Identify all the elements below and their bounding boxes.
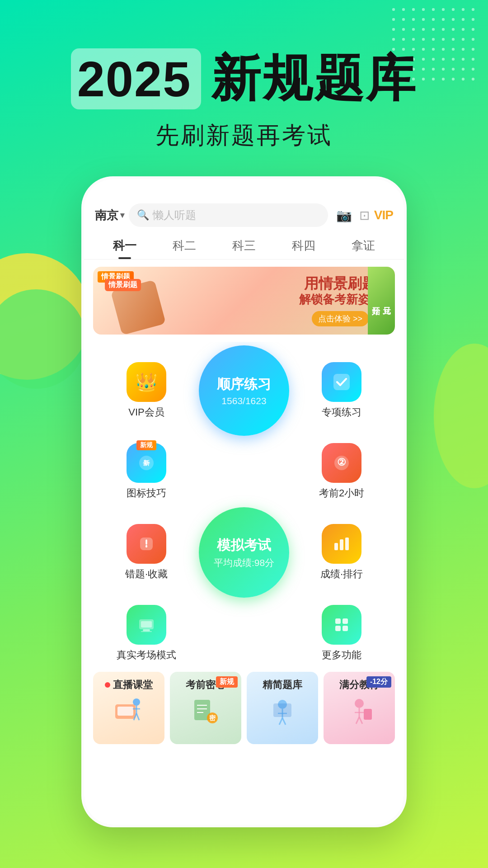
sequential-practice-title: 顺序练习 — [217, 375, 271, 394]
location-button[interactable]: 南京 ▾ — [95, 208, 124, 223]
svg-text:密: 密 — [209, 714, 216, 722]
phone-screen: 南京 ▾ 🔍 懒人听题 📷 ⊡ VIP 科一 科二 — [84, 179, 404, 825]
svg-rect-15 — [343, 618, 348, 624]
realexam-menu-item[interactable]: 真实考场模式 — [98, 605, 195, 662]
svg-rect-8 — [340, 539, 343, 550]
svg-point-6 — [145, 546, 147, 547]
mock-exam-button[interactable]: 模拟考试 平均成绩:98分 — [199, 507, 289, 598]
camera-icon[interactable]: 📷 — [336, 208, 352, 223]
dense-paper-badge: 新规 — [216, 676, 238, 688]
tab-nazheng[interactable]: 拿证 — [333, 231, 393, 259]
tab-ke2[interactable]: 科二 — [155, 231, 214, 259]
hero-title-cn: 新规题库 — [211, 45, 417, 113]
newrule-icon-wrapper: 新 新规 — [127, 443, 166, 483]
mock-exam-subtitle: 平均成绩:98分 — [214, 557, 274, 569]
tab-ke1[interactable]: 科一 — [95, 231, 155, 259]
nav-tabs: 科一 科二 科三 科四 拿证 — [84, 231, 404, 259]
special-practice-icon — [322, 362, 361, 402]
full-score-badge: -12分 — [366, 676, 391, 688]
more-icon — [322, 605, 361, 645]
error-label: 错题·收藏 — [125, 567, 168, 581]
full-score-banner[interactable]: 满分教育 -12分 — [324, 672, 395, 744]
sequential-practice-button[interactable]: 顺序练习 1563/1623 — [199, 345, 289, 436]
svg-rect-9 — [345, 538, 349, 550]
search-bar: 南京 ▾ 🔍 懒人听题 📷 ⊡ VIP — [84, 199, 404, 231]
location-text: 南京 — [95, 208, 118, 223]
menu-row-4: 真实考场模式 更多功能 — [84, 601, 404, 665]
tab-ke4[interactable]: 科四 — [274, 231, 333, 259]
svg-rect-11 — [143, 629, 150, 631]
score-icon — [322, 524, 361, 564]
hero-year: 2025 — [71, 48, 202, 109]
bottom-banners: 直播课堂 — [84, 665, 404, 750]
status-bar — [84, 179, 404, 199]
more-label: 更多功能 — [322, 648, 361, 662]
mock-exam-title: 模拟考试 — [217, 536, 271, 555]
tab-ke3[interactable]: 科三 — [214, 231, 274, 259]
banner-cta-button[interactable]: 点击体验 >> — [312, 311, 369, 326]
error-icon — [127, 524, 166, 564]
error-menu-item[interactable]: 错题·收藏 — [98, 524, 195, 581]
2hr-label: 考前2小时 — [319, 486, 364, 500]
vip-menu-item[interactable]: 👑 VIP会员 — [98, 362, 195, 419]
menu-row-3: 错题·收藏 模拟考试 平均成绩:98分 — [84, 504, 404, 601]
svg-text:②: ② — [337, 457, 346, 468]
special-practice-item[interactable]: 专项练习 — [293, 362, 390, 419]
phone-frame: 南京 ▾ 🔍 懒人听题 📷 ⊡ VIP 科一 科二 — [81, 176, 407, 827]
more-menu-item[interactable]: 更多功能 — [293, 605, 390, 662]
vip-label: VIP会员 — [128, 406, 164, 419]
scan-icon[interactable]: ⊡ — [359, 208, 370, 223]
svg-rect-19 — [117, 707, 133, 716]
menu-row-1: 👑 VIP会员 顺序练习 1563/1623 — [84, 342, 404, 439]
simple-questions-banner[interactable]: 精简题库 — [247, 672, 318, 744]
svg-line-40 — [356, 717, 359, 724]
mock-exam-center: 模拟考试 平均成绩:98分 — [195, 507, 293, 598]
search-placeholder: 懒人听题 — [153, 208, 196, 222]
svg-rect-42 — [364, 709, 372, 720]
special-practice-label: 专项练习 — [322, 406, 361, 419]
phone-mockup: 南京 ▾ 🔍 懒人听题 📷 ⊡ VIP 科一 科二 — [81, 176, 407, 827]
banner-right-tag: 元旦开始 — [368, 267, 395, 335]
banner-box — [111, 280, 166, 335]
svg-point-20 — [133, 698, 140, 706]
svg-rect-16 — [335, 626, 341, 631]
svg-rect-13 — [141, 621, 152, 627]
score-menu-item[interactable]: 成绩·排行 — [293, 524, 390, 581]
realexam-icon — [127, 605, 166, 645]
dense-paper-banner[interactable]: 考前密卷 新规 密 — [170, 672, 241, 744]
chevron-down-icon: ▾ — [120, 210, 124, 220]
svg-rect-0 — [333, 374, 350, 390]
svg-line-34 — [279, 718, 282, 725]
svg-line-41 — [359, 717, 362, 724]
realexam-label: 真实考场模式 — [117, 648, 176, 662]
hero-section: 2025 新规题库 先刷新题再考试 — [0, 45, 488, 151]
simple-questions-label: 精简题库 — [263, 678, 302, 692]
score-label: 成绩·排行 — [320, 567, 363, 581]
svg-text:新: 新 — [143, 459, 150, 467]
2hr-icon: ② — [322, 443, 361, 483]
search-input-area[interactable]: 🔍 懒人听题 — [129, 203, 328, 227]
live-class-banner[interactable]: 直播课堂 — [93, 672, 164, 744]
search-extra-icons: 📷 ⊡ — [336, 208, 370, 223]
sequential-practice-progress: 1563/1623 — [221, 396, 266, 406]
newrule-menu-item[interactable]: 新 新规 图标技巧 — [98, 443, 195, 500]
newrule-label: 图标技巧 — [127, 486, 166, 500]
live-class-label: 直播课堂 — [105, 678, 153, 692]
svg-line-24 — [136, 713, 139, 720]
bg-arc-right — [434, 344, 488, 488]
menu-row-2: 新 新规 图标技巧 ② — [84, 439, 404, 504]
sequential-practice-center: 顺序练习 1563/1623 — [195, 345, 293, 436]
svg-line-35 — [282, 718, 286, 725]
search-icon: 🔍 — [137, 209, 149, 221]
newrule-badge: 新规 — [136, 440, 156, 450]
hero-subtitle: 先刷新题再考试 — [0, 120, 488, 151]
2hr-menu-item[interactable]: ② 考前2小时 — [293, 443, 390, 500]
banner-decoration — [93, 276, 183, 335]
promo-banner[interactable]: 情景刷题 用情景刷题 解锁备考新姿势 点击体验 >> 元旦开始 — [93, 267, 395, 335]
vip-badge[interactable]: VIP — [374, 208, 393, 222]
svg-rect-12 — [141, 631, 152, 632]
svg-rect-36 — [273, 703, 291, 717]
svg-rect-17 — [343, 626, 348, 631]
live-indicator — [105, 682, 110, 688]
vip-icon: 👑 — [127, 362, 166, 402]
